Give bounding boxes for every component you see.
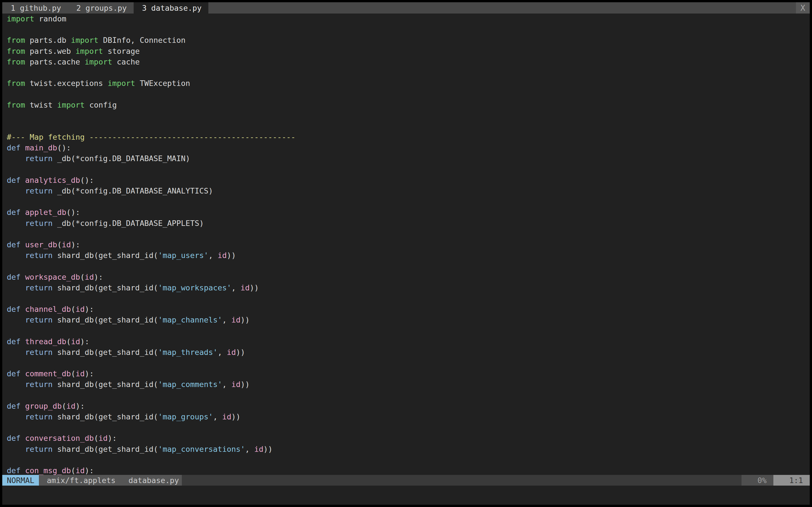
vim-terminal-window: 1 github.py2 groups.py3 database.py X im… bbox=[2, 2, 810, 505]
statusbar-filler bbox=[182, 475, 742, 486]
code-line: from twist.exceptions import TWException bbox=[7, 78, 810, 89]
code-line bbox=[7, 325, 810, 336]
code-line: def user_db(id): bbox=[7, 239, 810, 250]
code-line bbox=[7, 261, 810, 272]
cursor-position: 1:1 bbox=[773, 475, 810, 486]
code-line: def workspace_db(id): bbox=[7, 272, 810, 283]
code-line bbox=[7, 293, 810, 304]
code-line: from twist import config bbox=[7, 100, 810, 110]
code-line: return _db(*config.DB_DATABASE_APPLETS) bbox=[7, 218, 810, 229]
code-line: return shard_db(get_shard_id('map_groups… bbox=[7, 411, 810, 422]
code-line: def applet_db(): bbox=[7, 207, 810, 218]
code-line bbox=[7, 67, 810, 78]
tab-database-py[interactable]: 3 database.py bbox=[134, 2, 208, 13]
code-line: return shard_db(get_shard_id('map_conver… bbox=[7, 444, 810, 455]
code-line bbox=[7, 455, 810, 465]
tab-github-py[interactable]: 1 github.py bbox=[2, 2, 68, 13]
code-line: def comment_db(id): bbox=[7, 369, 810, 379]
status-bar: NORMAL amix/ft.applets database.py 0% 1:… bbox=[2, 475, 810, 486]
code-line: return shard_db(get_shard_id('map_commen… bbox=[7, 379, 810, 390]
code-line bbox=[7, 121, 810, 132]
code-line: def thread_db(id): bbox=[7, 336, 810, 347]
tab-bar-fill bbox=[208, 2, 796, 13]
mode-indicator: NORMAL bbox=[2, 475, 39, 486]
code-line: from parts.db import DBInfo, Connection bbox=[7, 35, 810, 46]
code-line bbox=[7, 164, 810, 175]
context-label: amix/ft.applets bbox=[47, 476, 116, 485]
code-line bbox=[7, 358, 810, 369]
context-segment: amix/ft.applets database.py bbox=[39, 475, 182, 486]
code-line bbox=[7, 229, 810, 239]
code-line: return shard_db(get_shard_id('map_worksp… bbox=[7, 283, 810, 293]
tab-bar: 1 github.py2 groups.py3 database.py X bbox=[2, 2, 810, 13]
code-line: return _db(*config.DB_DATABASE_MAIN) bbox=[7, 153, 810, 164]
close-button[interactable]: X bbox=[796, 2, 810, 13]
code-line: return _db(*config.DB_DATABASE_ANALYTICS… bbox=[7, 186, 810, 196]
code-line bbox=[7, 24, 810, 35]
code-line: def con_msg_db(id): bbox=[7, 465, 810, 475]
tab-groups-py[interactable]: 2 groups.py bbox=[68, 2, 134, 13]
code-line: from parts.web import storage bbox=[7, 46, 810, 57]
terminal-bottom-padding bbox=[2, 486, 810, 505]
code-line: def group_db(id): bbox=[7, 401, 810, 411]
code-line bbox=[7, 422, 810, 433]
code-line: return shard_db(get_shard_id('map_thread… bbox=[7, 347, 810, 358]
code-line: def analytics_db(): bbox=[7, 175, 810, 186]
code-line: def main_db(): bbox=[7, 143, 810, 153]
code-line: import random bbox=[7, 13, 810, 24]
code-line bbox=[7, 390, 810, 401]
code-line: def conversation_db(id): bbox=[7, 433, 810, 444]
filename-label: database.py bbox=[129, 476, 179, 485]
code-line: def channel_db(id): bbox=[7, 304, 810, 315]
code-line: #--- Map fetching ----------------------… bbox=[7, 132, 810, 143]
code-line bbox=[7, 196, 810, 207]
scroll-percent: 0% bbox=[742, 475, 773, 486]
code-line bbox=[7, 89, 810, 100]
editor[interactable]: import random from parts.db import DBInf… bbox=[2, 13, 810, 475]
code-line bbox=[7, 110, 810, 121]
code-line: return shard_db(get_shard_id('map_users'… bbox=[7, 250, 810, 261]
close-icon: X bbox=[801, 3, 805, 13]
code-line: from parts.cache import cache bbox=[7, 57, 810, 67]
code-line: return shard_db(get_shard_id('map_channe… bbox=[7, 315, 810, 325]
